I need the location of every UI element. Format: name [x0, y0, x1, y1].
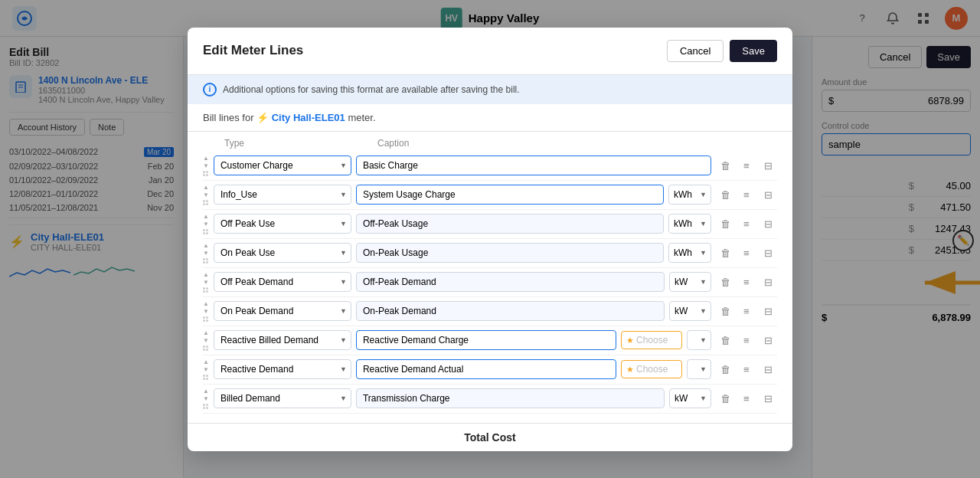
type-select[interactable]: Info_Use: [214, 185, 351, 205]
type-select-wrapper: Customer Charge ▼: [214, 156, 351, 175]
required-star-icon: ★: [626, 336, 634, 345]
table-row: ▲ ▼ On Peak Use ▼ kWh ▼ 🗑: [203, 239, 777, 268]
unit-select[interactable]: kWh: [668, 185, 711, 205]
type-select[interactable]: Customer Charge: [214, 156, 351, 175]
choose-field[interactable]: ★ Choose: [621, 360, 682, 378]
choose-unit-select[interactable]: [687, 330, 711, 350]
table-row: ▲ ▼ Off Peak Use ▼ kWh ▼ 🗑: [203, 210, 777, 239]
unit-select[interactable]: kWh: [668, 243, 711, 263]
table-header: Type Caption: [203, 132, 777, 152]
info-icon: i: [203, 83, 217, 97]
lightning-icon: ⚡: [256, 112, 272, 123]
drag-handle[interactable]: ▲ ▼: [203, 272, 209, 293]
row-menu-button-2[interactable]: ⊟: [759, 331, 777, 349]
drag-handle[interactable]: ▲ ▼: [203, 301, 209, 322]
modal-cancel-button[interactable]: Cancel: [667, 40, 724, 62]
drag-handle[interactable]: ▲ ▼: [203, 330, 209, 351]
choose-placeholder: Choose: [636, 364, 668, 375]
delete-row-button[interactable]: 🗑: [716, 156, 734, 175]
type-column-header: Type: [224, 138, 377, 149]
modal-info-bar: i Additional options for saving this for…: [188, 75, 792, 104]
caption-input[interactable]: [356, 185, 664, 205]
row-menu-button-2[interactable]: ⊟: [759, 185, 777, 204]
modal-save-button[interactable]: Save: [730, 40, 777, 62]
drag-handle[interactable]: ▲ ▼: [203, 156, 209, 176]
table-row: ▲ ▼ Reactive Billed Demand ▼ ★ Choose: [203, 326, 777, 355]
caption-column-header: Caption: [377, 138, 777, 149]
meter-name-label: City Hall-ELE01: [272, 112, 345, 123]
type-select[interactable]: Off Peak Demand: [214, 272, 351, 292]
modal-footer: Total Cost: [188, 423, 792, 451]
drag-handle[interactable]: ▲ ▼: [203, 185, 209, 205]
delete-row-button[interactable]: 🗑: [716, 185, 734, 204]
choose-field[interactable]: ★ Choose: [621, 331, 682, 349]
type-select[interactable]: Off Peak Use: [214, 214, 351, 234]
caption-input[interactable]: [356, 214, 664, 234]
caption-input[interactable]: [356, 330, 616, 350]
row-menu-button-2[interactable]: ⊟: [759, 360, 777, 378]
drag-handle[interactable]: ▲ ▼: [203, 388, 209, 409]
edit-meter-lines-modal: Edit Meter Lines Cancel Save i Additiona…: [188, 28, 792, 451]
modal-table-body: Type Caption ▲ ▼ Customer Charge ▼: [188, 132, 792, 423]
row-menu-button-1[interactable]: ≡: [737, 389, 756, 408]
drag-handle[interactable]: ▲ ▼: [203, 214, 209, 234]
row-menu-button-1[interactable]: ≡: [737, 185, 756, 204]
caption-input[interactable]: [356, 156, 711, 175]
type-select[interactable]: On Peak Use: [214, 243, 351, 263]
table-row: ▲ ▼ Off Peak Demand ▼ kW ▼ 🗑: [203, 268, 777, 297]
caption-input[interactable]: [356, 359, 616, 379]
row-menu-button-2[interactable]: ⊟: [759, 156, 777, 175]
drag-handle[interactable]: ▲ ▼: [203, 243, 209, 264]
caption-input[interactable]: [356, 243, 664, 263]
type-select[interactable]: On Peak Demand: [214, 301, 351, 321]
row-menu-button-1[interactable]: ≡: [737, 273, 756, 291]
unit-select[interactable]: kWh: [668, 214, 711, 234]
table-row: ▲ ▼ Info_Use ▼ kWh ▼ 🗑 ≡: [203, 181, 777, 210]
row-menu-button-1[interactable]: ≡: [737, 302, 756, 320]
choose-placeholder: Choose: [636, 335, 668, 345]
modal-title: Edit Meter Lines: [203, 43, 303, 58]
unit-select[interactable]: kW: [669, 301, 711, 321]
delete-row-button[interactable]: 🗑: [716, 331, 734, 349]
modal-bill-line: Bill lines for ⚡ City Hall-ELE01 meter.: [188, 104, 792, 132]
row-menu-button-1[interactable]: ≡: [737, 244, 756, 262]
choose-unit-select[interactable]: [687, 359, 711, 379]
drag-handle[interactable]: ▲ ▼: [203, 359, 209, 380]
row-menu-button-1[interactable]: ≡: [737, 360, 756, 378]
delete-row-button[interactable]: 🗑: [716, 389, 734, 408]
row-actions: 🗑 ≡ ⊟: [716, 156, 777, 175]
caption-input[interactable]: [356, 388, 665, 408]
unit-select[interactable]: kW: [669, 388, 711, 408]
delete-row-button[interactable]: 🗑: [716, 214, 734, 233]
table-row: ▲ ▼ Reactive Demand ▼ ★ Choose: [203, 355, 777, 385]
row-menu-button-1[interactable]: ≡: [737, 331, 756, 349]
row-menu-button-2[interactable]: ⊟: [759, 389, 777, 408]
modal-header: Edit Meter Lines Cancel Save: [188, 28, 792, 75]
type-select[interactable]: Reactive Demand: [214, 359, 351, 379]
row-menu-button-2[interactable]: ⊟: [759, 244, 777, 262]
caption-input[interactable]: [356, 272, 665, 292]
row-menu-button-2[interactable]: ⊟: [759, 214, 777, 233]
row-menu-button-1[interactable]: ≡: [737, 214, 756, 233]
required-star-icon: ★: [626, 365, 634, 375]
table-row: ▲ ▼ Billed Demand ▼ kW ▼ 🗑: [203, 385, 777, 414]
modal-overlay: Edit Meter Lines Cancel Save i Additiona…: [0, 0, 980, 478]
row-menu-button-2[interactable]: ⊟: [759, 273, 777, 291]
delete-row-button[interactable]: 🗑: [716, 360, 734, 378]
type-select[interactable]: Billed Demand: [214, 388, 351, 408]
unit-select[interactable]: kW: [669, 272, 711, 292]
table-row: ▲ ▼ On Peak Demand ▼ kW ▼ 🗑: [203, 297, 777, 326]
type-select[interactable]: Reactive Billed Demand: [214, 330, 351, 350]
table-row: ▲ ▼ Customer Charge ▼ 🗑 ≡ ⊟: [203, 152, 777, 181]
row-menu-button-1[interactable]: ≡: [737, 156, 756, 175]
caption-input[interactable]: [356, 301, 665, 321]
delete-row-button[interactable]: 🗑: [716, 273, 734, 291]
delete-row-button[interactable]: 🗑: [716, 302, 734, 320]
info-text: Additional options for saving this forma…: [223, 84, 520, 95]
row-menu-button-2[interactable]: ⊟: [759, 302, 777, 320]
delete-row-button[interactable]: 🗑: [716, 244, 734, 262]
